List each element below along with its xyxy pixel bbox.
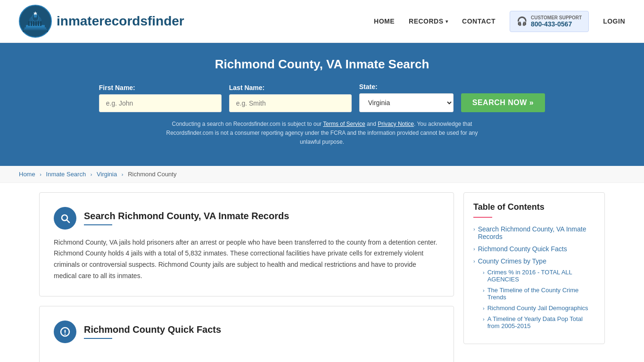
toc-sub-list: › Crimes % in 2016 - TOTAL ALL AGENCIES … [473,269,595,329]
toc-link-1[interactable]: › Search Richmond County, VA Inmate Reco… [473,225,595,240]
first-name-input[interactable] [99,94,222,112]
quick-facts-icon-circle [54,321,76,343]
toc-sub-label-2: The Timeline of the County Crime Trends [487,287,595,301]
toc-sub-link-1[interactable]: › Crimes % in 2016 - TOTAL ALL AGENCIES [483,269,595,283]
last-name-input[interactable] [229,94,352,112]
logo-icon[interactable] [19,5,52,38]
toc-label-3: County Crimes by Type [478,257,546,265]
chevron-down-icon: ▾ [446,19,448,24]
toc-sub-label-4: A Timeline of Yearly Data Pop Total from… [487,315,595,329]
toc-sub-link-2[interactable]: › The Timeline of the County Crime Trend… [483,287,595,301]
logo-area: inmaterecordsfinder [19,5,184,38]
chevron-right-sub-icon-2: › [483,288,485,293]
svg-rect-17 [24,29,47,30]
logo-text[interactable]: inmaterecordsfinder [57,14,184,29]
state-group: State: VirginiaAlabamaAlaskaArizonaArkan… [359,83,454,112]
toc-item-2: › Richmond County Quick Facts [473,245,595,253]
terms-link[interactable]: Terms of Service [323,121,365,127]
customer-support-button[interactable]: 🎧 CUSTOMER SUPPORT 800-433-0567 [510,11,589,32]
search-card-title-area: Search Richmond County, VA Inmate Record… [84,211,289,225]
hero-disclaimer: Conducting a search on Recordsfinder.com… [157,120,487,147]
logo-light-text: inmaterecords [57,14,148,28]
content-area: Search Richmond County, VA Inmate Record… [39,192,454,362]
toc-item-1: › Search Richmond County, VA Inmate Reco… [473,225,595,240]
svg-rect-14 [38,21,39,26]
search-form: First Name: Last Name: State: VirginiaAl… [96,83,548,112]
toc-link-2[interactable]: › Richmond County Quick Facts [473,245,595,253]
toc-sub-item-3: › Richmond County Jail Demographics [483,304,595,312]
toc-label-2: Richmond County Quick Facts [478,245,567,253]
breadcrumb-richmond-county: Richmond County [128,171,176,178]
toc-sub-item-2: › The Timeline of the County Crime Trend… [483,287,595,301]
first-name-label: First Name: [99,84,135,91]
chevron-right-sub-icon-3: › [483,305,485,311]
toc-sub-label-3: Richmond County Jail Demographics [487,304,588,312]
nav-login[interactable]: LOGIN [603,17,625,25]
breadcrumb: Home › Inmate Search › Virginia › Richmo… [0,166,644,183]
quick-facts-card-title: Richmond County Quick Facts [84,324,221,335]
customer-support-text: CUSTOMER SUPPORT 800-433-0567 [531,15,582,28]
site-header: inmaterecordsfinder HOME RECORDS ▾ CONTA… [0,0,644,43]
quick-facts-title-underline [84,338,112,339]
last-name-label: Last Name: [229,84,264,91]
headphone-icon: 🎧 [517,16,527,26]
svg-rect-18 [23,30,48,32]
quick-facts-title-area: Richmond County Quick Facts [84,324,221,339]
svg-rect-11 [31,21,32,26]
toc-sub-label-1: Crimes % in 2016 - TOTAL ALL AGENCIES [487,269,595,283]
svg-rect-13 [35,21,37,26]
toc-sub-item-1: › Crimes % in 2016 - TOTAL ALL AGENCIES [483,269,595,283]
logo-bold-text: finder [148,14,184,28]
toc-title: Table of Contents [473,202,595,212]
svg-rect-15 [40,21,41,26]
quick-facts-card-header: Richmond County Quick Facts [54,321,439,343]
search-icon-circle [54,207,76,230]
toc-sub-link-4[interactable]: › A Timeline of Yearly Data Pop Total fr… [483,315,595,329]
quick-facts-card: Richmond County Quick Facts [39,306,454,362]
main-nav: HOME RECORDS ▾ CONTACT 🎧 CUSTOMER SUPPOR… [374,11,625,32]
state-select[interactable]: VirginiaAlabamaAlaskaArizonaArkansasCali… [359,93,454,112]
chevron-right-sub-icon-1: › [483,270,485,275]
toc-label-1: Search Richmond County, VA Inmate Record… [478,225,595,240]
nav-records-label: RECORDS [409,17,444,25]
search-title-underline [84,224,112,225]
main-content: Search Richmond County, VA Inmate Record… [20,183,624,362]
privacy-link[interactable]: Privacy Notice [378,121,414,127]
toc-sub-link-3[interactable]: › Richmond County Jail Demographics [483,304,595,312]
breadcrumb-virginia[interactable]: Virginia [97,171,117,178]
toc-list: › Search Richmond County, VA Inmate Reco… [473,225,595,329]
svg-rect-10 [28,21,30,26]
customer-support-number: 800-433-0567 [531,20,582,28]
toc-divider [473,217,492,218]
svg-rect-12 [33,21,34,26]
svg-rect-16 [25,27,46,29]
search-card-header: Search Richmond County, VA Inmate Record… [54,207,439,230]
chevron-right-icon-3: › [473,258,475,264]
search-button[interactable]: SEARCH NOW » [461,93,545,112]
toc-card: Table of Contents › Search Richmond Coun… [463,192,605,344]
toc-sub-item-4: › A Timeline of Yearly Data Pop Total fr… [483,315,595,329]
search-records-card: Search Richmond County, VA Inmate Record… [39,192,454,296]
search-icon [59,213,71,224]
customer-support-label: CUSTOMER SUPPORT [531,15,582,20]
nav-home[interactable]: HOME [374,17,395,25]
search-card-body: Richmond County, VA jails hold prisoners… [54,237,439,282]
breadcrumb-home[interactable]: Home [19,171,35,178]
nav-contact[interactable]: CONTACT [462,17,495,25]
toc-item-3: › County Crimes by Type › Crimes % in 20… [473,257,595,329]
breadcrumb-inmate-search[interactable]: Inmate Search [46,171,86,178]
search-card-title: Search Richmond County, VA Inmate Record… [84,211,289,222]
sidebar: Table of Contents › Search Richmond Coun… [463,192,605,362]
last-name-group: Last Name: [229,84,352,112]
first-name-group: First Name: [99,84,222,112]
sep-3: › [122,172,124,177]
info-icon [59,326,71,337]
hero-section: Richmond County, VA Inmate Search First … [0,43,644,166]
chevron-right-icon-1: › [473,226,475,232]
nav-records[interactable]: RECORDS ▾ [409,17,448,25]
chevron-right-sub-icon-4: › [483,316,485,322]
sep-1: › [40,172,41,177]
chevron-right-icon-2: › [473,246,475,252]
toc-link-3[interactable]: › County Crimes by Type [473,257,595,265]
state-label: State: [359,83,378,90]
